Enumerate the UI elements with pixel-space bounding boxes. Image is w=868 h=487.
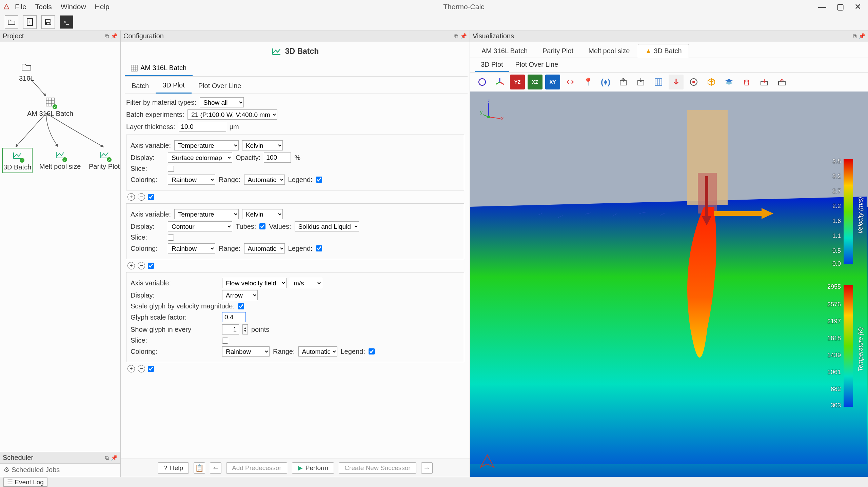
scheduled-jobs-row[interactable]: ⚙ Scheduled Jobs xyxy=(0,464,120,476)
range-select[interactable]: Automatic xyxy=(298,346,337,357)
glyph-factor-input[interactable] xyxy=(222,312,246,322)
viz-tool-xz[interactable]: XZ xyxy=(528,75,542,89)
viz-tool-outbox[interactable] xyxy=(774,75,789,89)
panel-popout-icon[interactable]: ⧉ xyxy=(454,33,458,39)
project-node-root[interactable]: 316L xyxy=(19,61,34,82)
terminal-button[interactable]: >_ xyxy=(60,15,73,29)
slice-checkbox[interactable] xyxy=(168,235,174,241)
coloring-select[interactable]: Rainbow xyxy=(222,346,270,357)
maximize-button[interactable]: ▢ xyxy=(836,2,844,12)
stepper-buttons[interactable]: ▲▼ xyxy=(242,324,248,334)
enable-block-checkbox[interactable] xyxy=(148,194,154,200)
viz-tool-rotate[interactable] xyxy=(475,75,490,89)
remove-block-button[interactable]: − xyxy=(138,365,145,372)
project-node-batch[interactable]: ✓ AM 316L Batch xyxy=(27,96,73,118)
viz-tab-am316l[interactable]: AM 316L Batch xyxy=(475,44,534,58)
display-select[interactable]: Contour xyxy=(168,221,232,231)
slice-checkbox[interactable] xyxy=(222,338,228,344)
perform-button[interactable]: ▶Perform xyxy=(292,462,334,474)
config-subtab-batch-source[interactable]: AM 316L Batch xyxy=(125,61,193,76)
range-select[interactable]: Automatic xyxy=(244,243,285,253)
project-node-meltpool[interactable]: ✓ Melt pool size xyxy=(39,149,81,170)
viz-tool-yz[interactable]: YZ xyxy=(510,75,525,89)
enable-block-checkbox[interactable] xyxy=(148,366,154,372)
tubes-checkbox[interactable] xyxy=(259,223,265,229)
opacity-input[interactable] xyxy=(264,153,291,163)
project-node-3dbatch[interactable]: ✓ 3D Batch xyxy=(2,148,33,173)
enable-block-checkbox[interactable] xyxy=(148,263,154,269)
range-select[interactable]: Automatic xyxy=(244,175,285,185)
legend-checkbox[interactable] xyxy=(369,348,375,354)
add-block-button[interactable]: + xyxy=(127,365,135,372)
viz-subtab-3dplot[interactable]: 3D Plot xyxy=(475,58,509,72)
close-button[interactable]: ✕ xyxy=(854,2,861,12)
viz-tool-export[interactable] xyxy=(616,75,631,89)
viz-subtab-plotline[interactable]: Plot Over Line xyxy=(509,58,565,72)
viz-tool-bracket[interactable]: (♦) xyxy=(598,75,613,89)
axis-unit-select[interactable]: m/s xyxy=(290,278,322,288)
menu-tools[interactable]: Tools xyxy=(35,3,52,11)
new-file-button[interactable]: + xyxy=(23,15,37,29)
values-select[interactable]: Solidus and Liquidus xyxy=(295,221,359,231)
axis-var-select[interactable]: Temperature xyxy=(174,140,239,150)
viz-tool-layers[interactable] xyxy=(722,75,736,89)
viz-tool-flip[interactable] xyxy=(563,75,578,89)
viz-tab-meltpool[interactable]: Melt pool size xyxy=(581,44,636,58)
legend-checkbox[interactable] xyxy=(316,177,322,183)
axis-unit-select[interactable]: Kelvin xyxy=(242,209,283,219)
save-button[interactable] xyxy=(41,15,55,29)
viz-tool-grid[interactable] xyxy=(651,75,666,89)
viz-3d-canvas[interactable]: zxy Velocity (m/s) 3.8 3.2 2.7 2.2 1.6 1… xyxy=(470,92,868,477)
viz-tool-axes[interactable] xyxy=(492,75,507,89)
project-node-parity[interactable]: ✓ Parity Plot xyxy=(89,149,120,170)
remove-block-button[interactable]: − xyxy=(138,262,145,269)
next-button[interactable]: → xyxy=(421,462,433,474)
viz-tool-inbox[interactable] xyxy=(757,75,772,89)
add-block-button[interactable]: + xyxy=(127,262,135,269)
panel-popout-icon[interactable]: ⧉ xyxy=(105,33,109,39)
tab-batch[interactable]: Batch xyxy=(125,78,156,94)
menu-help[interactable]: Help xyxy=(95,3,110,11)
layer-thickness-input[interactable] xyxy=(179,122,226,132)
filter-select[interactable]: Show all xyxy=(200,97,244,107)
viz-tool-cube[interactable] xyxy=(704,75,719,89)
menu-window[interactable]: Window xyxy=(61,3,86,11)
axis-var-select[interactable]: Flow velocity field xyxy=(222,278,287,288)
panel-popout-icon[interactable]: ⧉ xyxy=(105,455,109,461)
legend-checkbox[interactable] xyxy=(316,245,322,251)
viz-tool-xy[interactable]: XY xyxy=(545,75,560,89)
open-folder-button[interactable] xyxy=(5,15,18,29)
copy-button[interactable]: 📋 xyxy=(194,462,205,474)
coloring-select[interactable]: Rainbow xyxy=(168,175,215,185)
event-log-toggle[interactable]: ☰ Event Log xyxy=(3,478,47,487)
create-successor-button[interactable]: Create New Successor xyxy=(339,462,416,474)
tab-plotoverline[interactable]: Plot Over Line xyxy=(192,78,248,94)
glyph-every-input[interactable] xyxy=(222,324,239,334)
panel-pin-icon[interactable]: 📌 xyxy=(111,33,118,39)
minimize-button[interactable]: — xyxy=(818,2,826,12)
project-tree-canvas[interactable]: 316L ✓ AM 316L Batch ✓ 3D Batch ✓ Melt p… xyxy=(0,42,120,452)
viz-tab-3dbatch[interactable]: ▲3D Batch xyxy=(638,44,689,58)
remove-block-button[interactable]: − xyxy=(138,193,145,201)
axis-unit-select[interactable]: Kelvin xyxy=(242,140,283,150)
viz-tool-import[interactable] xyxy=(633,75,648,89)
help-button[interactable]: ?Help xyxy=(158,462,189,474)
axis-var-select[interactable]: Temperature xyxy=(174,209,239,219)
slice-checkbox[interactable] xyxy=(168,166,174,172)
tab-3dplot[interactable]: 3D Plot xyxy=(156,78,192,94)
menu-file[interactable]: File xyxy=(15,3,26,11)
display-select[interactable]: Surface colormap xyxy=(168,153,232,163)
add-predecessor-button[interactable]: Add Predecessor xyxy=(226,462,287,474)
panel-pin-icon[interactable]: 📌 xyxy=(111,454,118,461)
add-block-button[interactable]: + xyxy=(127,193,135,201)
batch-exp-select[interactable]: 21 (P:100.0 W, V:400.0 mm/s) xyxy=(188,109,277,120)
panel-pin-icon[interactable]: 📌 xyxy=(859,33,865,39)
viz-tool-arrowdown[interactable] xyxy=(669,75,684,89)
viz-tool-bucket[interactable] xyxy=(739,75,754,89)
viz-tool-pin[interactable]: 📍 xyxy=(580,75,595,89)
scale-glyph-checkbox[interactable] xyxy=(238,303,244,309)
viz-tab-parity[interactable]: Parity Plot xyxy=(536,44,580,58)
panel-pin-icon[interactable]: 📌 xyxy=(460,33,467,39)
viz-tool-target[interactable] xyxy=(686,75,701,89)
panel-popout-icon[interactable]: ⧉ xyxy=(853,33,856,39)
